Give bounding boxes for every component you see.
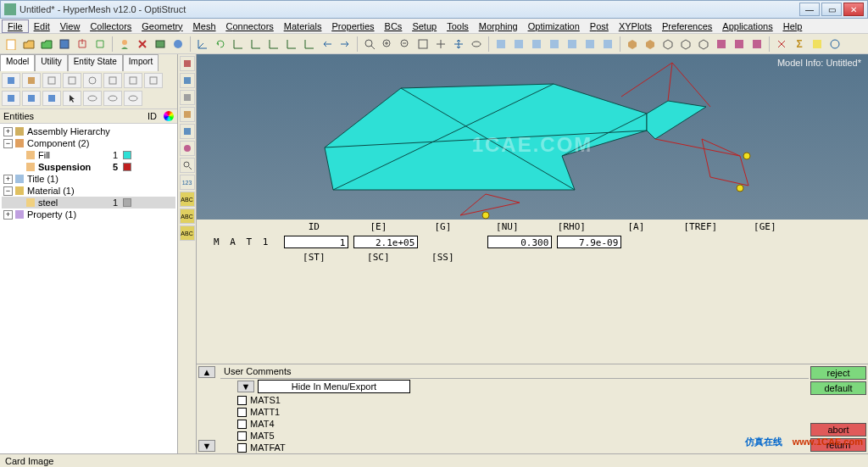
minimize-button[interactable]: — [799, 3, 820, 16]
pan-icon[interactable] [433, 36, 448, 52]
menu-optimization[interactable]: Optimization [523, 20, 585, 32]
menu-xyplots[interactable]: XYPlots [614, 20, 657, 32]
color-swatch[interactable] [123, 198, 131, 207]
tree-property[interactable]: + Property (1) [2, 208, 175, 220]
new-icon[interactable] [3, 36, 19, 52]
menu-preferences[interactable]: Preferences [657, 20, 717, 32]
menu-tools[interactable]: Tools [442, 20, 474, 32]
zoom-icon[interactable] [362, 36, 377, 52]
browser-btn5[interactable] [83, 73, 102, 88]
browser-btn7[interactable] [124, 73, 142, 88]
tab-entity-state[interactable]: Entity State [68, 54, 123, 71]
browser-btn13[interactable] [83, 91, 102, 106]
display5-icon[interactable] [565, 36, 580, 52]
vtool-show-icon[interactable] [180, 73, 195, 88]
browser-btn15[interactable] [124, 91, 142, 106]
field-e[interactable]: 2.1e+05 [353, 236, 418, 248]
maximize-button[interactable]: ▭ [821, 3, 842, 16]
vtool-reverse-icon[interactable] [180, 141, 195, 156]
menu-applications[interactable]: Applications [717, 20, 777, 32]
wire1-icon[interactable] [660, 36, 676, 52]
tree-assembly[interactable]: + Assembly Hierarchy [2, 125, 175, 137]
menu-file[interactable]: File [2, 19, 29, 33]
browser-btn14[interactable] [103, 91, 122, 106]
mesh2-icon[interactable] [732, 36, 747, 52]
wire2-icon[interactable] [678, 36, 693, 52]
vtool-numbers-icon[interactable]: 123 [180, 175, 195, 190]
delete-icon[interactable] [135, 36, 150, 52]
field-id[interactable]: 1 [284, 236, 348, 248]
display6-icon[interactable] [582, 36, 598, 52]
shade1-icon[interactable] [625, 36, 640, 52]
tab-import[interactable]: Import [123, 54, 159, 71]
display7-icon[interactable] [600, 36, 615, 52]
save-icon[interactable] [57, 36, 72, 52]
vtool-unmask-icon[interactable] [180, 124, 195, 139]
open2-icon[interactable] [39, 36, 54, 52]
dropdown-icon[interactable]: ▼ [237, 381, 254, 392]
import-icon[interactable] [75, 36, 90, 52]
tree-title[interactable]: + Title (1) [2, 173, 175, 185]
menu-collectors[interactable]: Collectors [85, 20, 136, 32]
hide-option[interactable]: Hide In Menu/Export [258, 380, 410, 393]
tool-check-icon[interactable] [810, 36, 825, 52]
default-button[interactable]: default [810, 381, 866, 395]
checkbox[interactable] [237, 396, 247, 405]
color-swatch[interactable] [123, 163, 131, 171]
view-xy-icon[interactable] [231, 36, 246, 52]
tool-opt-icon[interactable] [827, 36, 843, 52]
checkbox[interactable] [237, 420, 247, 429]
tab-utility[interactable]: Utility [35, 54, 67, 71]
expand-icon[interactable]: + [3, 175, 13, 184]
color-swatch[interactable] [123, 151, 131, 159]
spin-icon[interactable] [469, 36, 484, 52]
vtool-find-icon[interactable] [180, 158, 195, 173]
display3-icon[interactable] [529, 36, 544, 52]
field-nu[interactable]: 0.300 [487, 236, 552, 248]
browser-btn11[interactable] [42, 91, 61, 106]
display4-icon[interactable] [547, 36, 562, 52]
opt-mat4[interactable]: MAT4 [237, 418, 792, 430]
tree-material[interactable]: − Material (1) [2, 185, 175, 197]
browser-btn8[interactable] [144, 73, 163, 88]
vtool-hide-icon[interactable] [180, 90, 195, 105]
reject-button[interactable]: reject [810, 366, 866, 380]
opt-matt1[interactable]: MATT1 [237, 406, 792, 418]
arrows-icon[interactable] [451, 36, 466, 52]
zoom-out-icon[interactable] [398, 36, 413, 52]
tree-suspension[interactable]: Suspension 5 [2, 161, 175, 173]
menu-post[interactable]: Post [585, 20, 614, 32]
expand-icon[interactable]: + [3, 127, 13, 136]
tool-q-icon[interactable] [774, 36, 789, 52]
mesh1-icon[interactable] [714, 36, 729, 52]
expand-icon[interactable]: − [3, 186, 13, 196]
tool-sigma-icon[interactable]: Σ [792, 36, 807, 52]
view-iso-icon[interactable] [284, 36, 299, 52]
expand-icon[interactable]: + [3, 210, 13, 220]
browser-btn10[interactable] [22, 91, 41, 106]
zoom-fit-icon[interactable] [415, 36, 431, 52]
menu-view[interactable]: View [55, 20, 86, 32]
display1-icon[interactable] [493, 36, 509, 52]
vtool-mask-icon[interactable] [180, 107, 195, 122]
mesh3-icon[interactable] [749, 36, 765, 52]
zoom-in-icon[interactable] [380, 36, 395, 52]
vtool-isolate-icon[interactable] [180, 56, 195, 71]
browser-btn1[interactable] [2, 73, 20, 88]
opt-matfat[interactable]: MATFAT [237, 442, 792, 453]
tab-model[interactable]: Model [0, 54, 35, 71]
user-icon[interactable] [117, 36, 132, 52]
menu-help[interactable]: Help [778, 20, 808, 32]
browser-btn2[interactable] [22, 73, 41, 88]
menu-geometry[interactable]: Geometry [136, 20, 187, 32]
card-icon[interactable] [153, 36, 168, 52]
opt-mats1[interactable]: MATS1 [237, 394, 792, 406]
browser-btn6[interactable] [103, 73, 122, 88]
scroll-down-icon[interactable]: ▼ [198, 440, 215, 452]
menu-properties[interactable]: Properties [326, 20, 379, 32]
browser-btn9[interactable] [2, 91, 20, 106]
vtool-abc3-icon[interactable]: ABC [180, 225, 195, 241]
view-left-icon[interactable] [320, 36, 335, 52]
display2-icon[interactable] [511, 36, 526, 52]
expand-icon[interactable]: − [3, 139, 13, 148]
